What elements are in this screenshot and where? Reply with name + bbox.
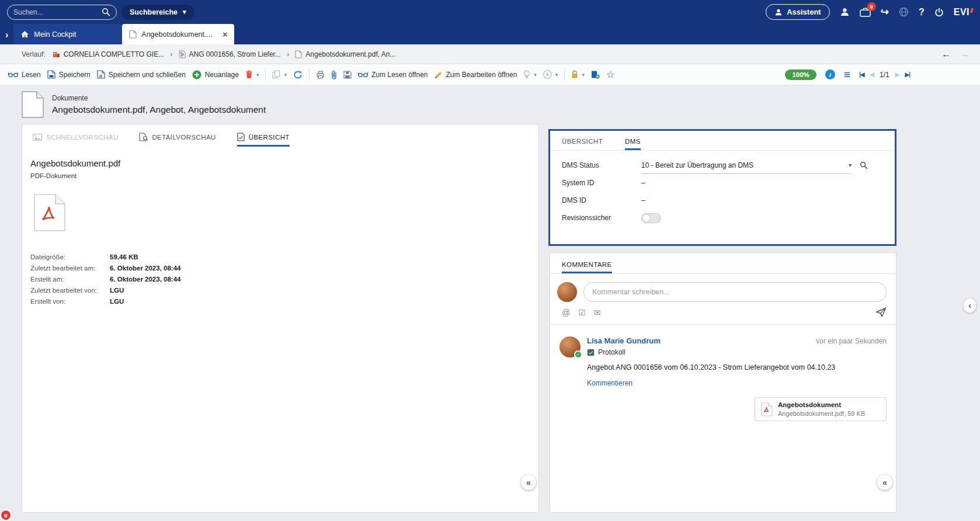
- comment-input[interactable]: [583, 282, 887, 302]
- dms-panel-highlight: ÜBERSICHT DMS DMS Status 10 - Bereit zur…: [548, 129, 896, 246]
- comment-type: Protokoll: [587, 348, 887, 356]
- power-icon: [934, 8, 944, 17]
- search-areas-label: Suchbereiche: [130, 8, 178, 16]
- tab-uebersicht-right[interactable]: ÜBERSICHT: [562, 138, 603, 150]
- document-icon: [129, 30, 137, 39]
- field-label: DMS Status: [562, 161, 641, 169]
- assistant-button[interactable]: Assistent: [766, 4, 830, 20]
- read-button[interactable]: Lesen: [8, 71, 41, 79]
- meta-value: LGU: [110, 296, 124, 307]
- breadcrumb-text: Angebotsdokument.pdf, An...: [305, 50, 395, 58]
- protocol-check-icon: [587, 349, 595, 356]
- revisionssicher-toggle[interactable]: [641, 213, 661, 223]
- print-button[interactable]: [316, 71, 325, 79]
- attachment-button[interactable]: [331, 70, 337, 79]
- mention-icon[interactable]: @: [562, 308, 570, 317]
- comment-author-link[interactable]: Lisa Marie Gundrum: [587, 336, 661, 345]
- record-pager: |◀ ◀ 1/1 ▶ ▶|: [859, 71, 910, 79]
- mail-icon[interactable]: ✉: [594, 308, 601, 317]
- new-record-button[interactable]: Neuanlage: [192, 70, 239, 79]
- meta-row: Dateigröße: 59,46 KB: [30, 252, 538, 263]
- tab-expander-icon[interactable]: ›: [0, 30, 13, 44]
- meta-value: 59,46 KB: [110, 252, 138, 263]
- refresh-button[interactable]: [293, 70, 303, 79]
- history-back-icon[interactable]: ←: [941, 49, 951, 60]
- app-window: Suchbereiche ▾ Assistent 9: [0, 0, 980, 521]
- save-and-close-button[interactable]: Speichern und schließen: [97, 70, 186, 79]
- history-forward-icon: →: [960, 49, 969, 60]
- help-button[interactable]: ?: [919, 7, 925, 18]
- task-icon[interactable]: ☑: [578, 308, 586, 317]
- link-document-button[interactable]: [591, 70, 600, 79]
- favorite-button[interactable]: ☆: [606, 70, 614, 79]
- collapse-panel-button[interactable]: «: [877, 475, 892, 490]
- share-button[interactable]: ↪: [881, 6, 889, 18]
- brand-logo: EVI: [954, 7, 973, 18]
- meta-label: Erstellt von:: [30, 296, 110, 307]
- send-icon[interactable]: [875, 307, 887, 317]
- save-button[interactable]: Speichern: [47, 70, 91, 79]
- web-button: [899, 7, 909, 17]
- toolbar-separator: [309, 69, 310, 81]
- profile-button[interactable]: [840, 7, 850, 17]
- breadcrumb-item-offer[interactable]: ANG 0001656, Strom Liefer...: [179, 50, 281, 58]
- dms-status-select[interactable]: 10 - Bereit zur Übertragung an DMS ▾: [641, 157, 852, 174]
- chevron-down-icon[interactable]: ▾: [849, 162, 852, 168]
- open-edit-button[interactable]: Zum Bearbeiten öffnen: [434, 71, 517, 79]
- delete-button[interactable]: ▾: [245, 70, 259, 79]
- record-header: Dokumente Angebotsdokument.pdf, Angebot,…: [0, 85, 980, 124]
- lock-button[interactable]: ▾: [571, 70, 585, 79]
- tab-uebersicht[interactable]: ÜBERSICHT: [237, 133, 290, 147]
- close-icon[interactable]: ×: [223, 30, 227, 39]
- paperclip-icon: [331, 70, 337, 79]
- comment-text: Angebot ANG 0001656 vom 06.10.2023 - Str…: [587, 363, 887, 371]
- system-id-row: System ID –: [562, 174, 883, 192]
- menu-icon[interactable]: ≡: [844, 69, 850, 80]
- tab-schnellvorschau: SCHNELLVORSCHAU: [33, 133, 118, 147]
- expand-sidebar-button[interactable]: ‹: [963, 298, 976, 313]
- record-header-text: Dokumente Angebotsdokument.pdf, Angebot,…: [52, 94, 266, 115]
- attachment-meta: Angebotsdokument.pdf, 59 KB: [778, 410, 865, 417]
- toolbar-separator: [265, 69, 266, 81]
- assistant-label: Assistent: [787, 8, 821, 16]
- lookup-search-icon[interactable]: [860, 161, 868, 169]
- dms-id-row: DMS ID –: [562, 192, 883, 209]
- first-page-icon[interactable]: |◀: [859, 71, 864, 78]
- brand-mark-icon: [970, 8, 974, 13]
- notification-corner-badge[interactable]: 9: [1, 510, 11, 520]
- dms-fields: DMS Status 10 - Bereit zur Übertragung a…: [550, 151, 895, 227]
- last-page-icon[interactable]: ▶|: [905, 71, 911, 78]
- save-edit-button[interactable]: [343, 71, 352, 79]
- search-input[interactable]: [13, 8, 102, 16]
- global-search[interactable]: [7, 5, 117, 20]
- zoom-level-badge[interactable]: 100%: [785, 70, 816, 80]
- prev-page-icon: ◀: [870, 71, 874, 78]
- tab-dms[interactable]: DMS: [625, 138, 641, 150]
- copy-icon: [272, 70, 280, 79]
- pencil-icon: [434, 71, 442, 79]
- tab-label: DETAILVORSCHAU: [152, 134, 216, 141]
- open-read-button[interactable]: Zum Lesen öffnen: [358, 71, 428, 79]
- attachment-card[interactable]: Angebotsdokument Angebotsdokument.pdf, 5…: [755, 397, 887, 421]
- tab-mein-cockpit[interactable]: Mein Cockpit: [13, 24, 122, 44]
- breadcrumb-item-customer[interactable]: CORNELIA COMPLETTO GIE...: [53, 50, 164, 58]
- image-icon: [33, 134, 42, 141]
- info-icon[interactable]: i: [825, 70, 835, 79]
- tab-label: KOMMENTARE: [562, 261, 612, 268]
- tab-kommentare[interactable]: KOMMENTARE: [562, 261, 612, 273]
- offer-icon: [179, 50, 186, 58]
- file-name: Angebotsdokument.pdf: [30, 158, 538, 168]
- breadcrumb-item-document[interactable]: Angebotsdokument.pdf, An...: [295, 50, 395, 58]
- button-label: Zum Bearbeiten öffnen: [446, 71, 517, 79]
- logout-button[interactable]: [934, 8, 944, 17]
- meta-row: Zuletzt bearbeitet am: 6. Oktober 2023, …: [30, 263, 538, 274]
- kommentieren-link[interactable]: Kommentieren: [587, 379, 633, 387]
- tab-detailvorschau[interactable]: DETAILVORSCHAU: [139, 133, 216, 147]
- meta-value: LGU: [110, 285, 124, 296]
- tab-angebotsdokument[interactable]: Angebotsdokument.... ×: [122, 24, 234, 44]
- reply-arrow-icon: ↪: [881, 6, 889, 18]
- search-icon[interactable]: [102, 8, 110, 16]
- inbox-button[interactable]: 9: [860, 7, 871, 17]
- search-areas-button[interactable]: Suchbereiche ▾: [121, 5, 194, 20]
- collapse-panel-button[interactable]: «: [521, 475, 536, 490]
